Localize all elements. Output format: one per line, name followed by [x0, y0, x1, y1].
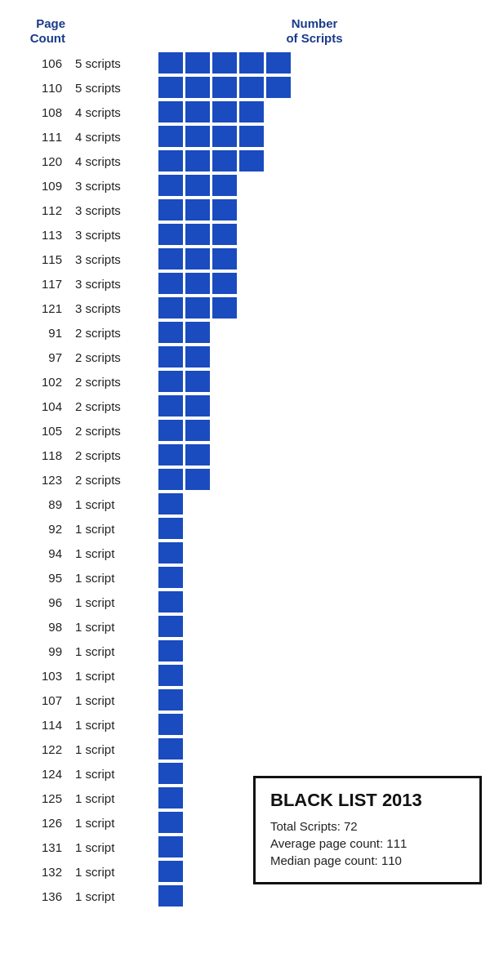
bar-group — [155, 126, 474, 147]
bar-block — [185, 175, 210, 196]
script-count-label: 3 scripts — [65, 228, 155, 242]
page-number: 115 — [16, 252, 65, 266]
bar-group — [155, 297, 474, 318]
table-row: 1241 script — [16, 763, 245, 784]
bar-group — [155, 665, 474, 686]
page-count-header: PageCount — [16, 16, 65, 46]
table-row: 981 script — [16, 616, 474, 637]
bar-group — [155, 469, 474, 490]
chart-header: PageCount Numberof Scripts — [16, 16, 474, 46]
bar-group — [155, 150, 474, 172]
bar-block — [185, 199, 210, 220]
bar-block — [185, 52, 210, 74]
script-count-label: 2 scripts — [65, 473, 155, 487]
script-count-label: 1 script — [65, 889, 155, 903]
bar-block — [158, 150, 183, 172]
table-row: 1031 script — [16, 665, 474, 686]
table-row: 1153 scripts — [16, 248, 474, 270]
table-row: 1141 script — [16, 714, 474, 735]
bar-group — [155, 861, 245, 882]
bar-block — [158, 640, 183, 662]
page-number: 104 — [16, 399, 65, 413]
bar-group — [155, 273, 474, 294]
table-row: 1311 script — [16, 836, 245, 858]
bar-block — [158, 861, 183, 882]
bar-group — [155, 885, 245, 906]
bar-block — [212, 273, 237, 294]
table-row: 1065 scripts — [16, 52, 474, 74]
bar-block — [185, 444, 210, 466]
script-count-label: 2 scripts — [65, 448, 155, 462]
bar-group — [155, 763, 245, 784]
script-count-label: 2 scripts — [65, 399, 155, 413]
bar-block — [158, 689, 183, 710]
bar-block — [158, 493, 183, 514]
page-number: 118 — [16, 448, 65, 462]
bar-block — [158, 322, 183, 343]
bar-block — [185, 101, 210, 122]
info-box-container: BLACK LIST 2013Total Scripts: 72Average … — [245, 763, 474, 884]
table-row: 972 scripts — [16, 346, 474, 368]
table-row: 951 script — [16, 567, 474, 588]
page-number: 112 — [16, 203, 65, 217]
page-number: 96 — [16, 595, 65, 609]
bar-group — [155, 714, 474, 735]
median-page-count-label: Median page count: 110 — [270, 853, 465, 867]
page-number: 120 — [16, 154, 65, 168]
bar-block — [158, 812, 183, 833]
page-number: 114 — [16, 718, 65, 732]
bar-block — [185, 77, 210, 98]
page-number: 94 — [16, 546, 65, 560]
table-row: 941 script — [16, 542, 474, 564]
bar-block — [185, 126, 210, 147]
bar-block — [158, 101, 183, 122]
bar-block — [239, 126, 264, 147]
bar-block — [239, 101, 264, 122]
bar-block — [158, 885, 183, 906]
bar-group — [155, 542, 474, 564]
script-count-label: 1 script — [65, 669, 155, 683]
script-count-label: 3 scripts — [65, 301, 155, 315]
script-count-label: 4 scripts — [65, 105, 155, 119]
bar-block — [158, 518, 183, 539]
page-number: 117 — [16, 277, 65, 291]
script-count-label: 1 script — [65, 497, 155, 511]
bar-block — [212, 297, 237, 318]
table-row: 1213 scripts — [16, 297, 474, 318]
page-number: 136 — [16, 889, 65, 903]
info-box-title: BLACK LIST 2013 — [270, 790, 465, 811]
script-count-label: 1 script — [65, 693, 155, 707]
bar-block — [185, 420, 210, 441]
script-count-label: 1 script — [65, 742, 155, 756]
page-number: 113 — [16, 228, 65, 242]
bar-block — [239, 77, 264, 98]
bar-block — [158, 126, 183, 147]
bar-group — [155, 444, 474, 466]
table-row: 1093 scripts — [16, 175, 474, 196]
page-number: 111 — [16, 130, 65, 144]
page-number: 110 — [16, 81, 65, 95]
table-row: 1182 scripts — [16, 444, 474, 466]
bar-block — [158, 175, 183, 196]
bar-block — [185, 395, 210, 416]
average-page-count-label: Average page count: 111 — [270, 836, 465, 850]
page-number: 89 — [16, 497, 65, 511]
bar-block — [212, 224, 237, 245]
bar-group — [155, 322, 474, 343]
table-row: 1361 script — [16, 885, 245, 906]
script-count-label: 2 scripts — [65, 350, 155, 364]
script-count-label: 4 scripts — [65, 154, 155, 168]
script-count-label: 1 script — [65, 865, 155, 879]
script-count-label: 1 script — [65, 644, 155, 658]
row-with-infobox: 1241 script1251 script1261 script1311 sc… — [16, 763, 474, 910]
table-row: 1232 scripts — [16, 469, 474, 490]
page-number: 106 — [16, 56, 65, 70]
script-count-label: 1 script — [65, 522, 155, 536]
table-row: 1221 script — [16, 738, 474, 760]
table-row: 1133 scripts — [16, 224, 474, 245]
bar-block — [158, 297, 183, 318]
page-number: 92 — [16, 522, 65, 536]
page-number: 97 — [16, 350, 65, 364]
bar-block — [212, 77, 237, 98]
bar-block — [185, 248, 210, 270]
